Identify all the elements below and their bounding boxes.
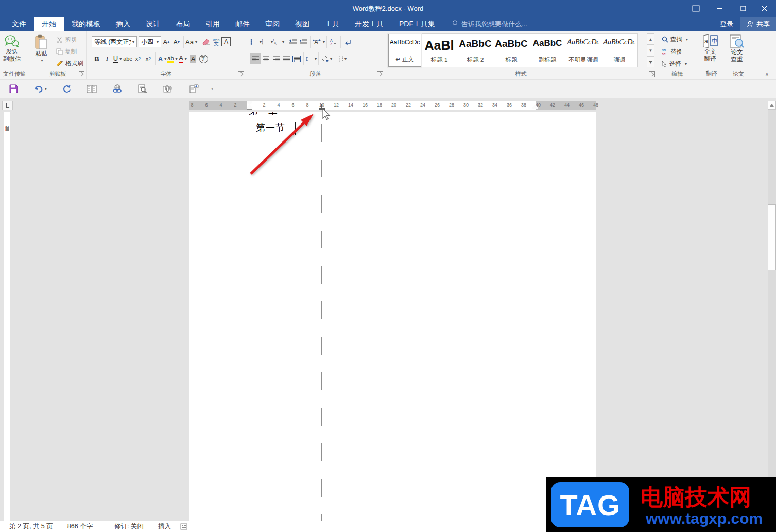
- font-dialog-launcher[interactable]: [238, 71, 244, 77]
- asian-layout-button[interactable]: A▾: [312, 36, 325, 47]
- collapse-ribbon-button[interactable]: ∧: [765, 71, 769, 77]
- style-subtle-emphasis[interactable]: AaBbCcDc不明显强调: [565, 34, 601, 67]
- clipboard-dialog-launcher[interactable]: [79, 71, 84, 77]
- side-by-side-button[interactable]: [87, 85, 97, 93]
- hyperlink-button[interactable]: [112, 84, 123, 93]
- multilevel-list-button[interactable]: 1ai▾: [273, 36, 284, 47]
- font-color-button[interactable]: A▾: [178, 53, 188, 64]
- tab-tools[interactable]: 工具: [317, 17, 347, 31]
- cut-button[interactable]: 剪切: [56, 36, 77, 44]
- attachment-button[interactable]: [163, 85, 173, 93]
- word-count[interactable]: 866 个字: [67, 522, 93, 531]
- character-shading-button[interactable]: A: [188, 53, 198, 64]
- tab-review[interactable]: 审阅: [257, 17, 287, 31]
- style-emphasis[interactable]: AaBbCcDc强调: [601, 34, 637, 67]
- tab-design[interactable]: 设计: [138, 17, 168, 31]
- share-button[interactable]: 共享: [740, 17, 776, 31]
- justify-button[interactable]: [281, 53, 291, 64]
- align-center-button[interactable]: [261, 53, 271, 64]
- tab-view[interactable]: 视图: [287, 17, 317, 31]
- print-preview-button[interactable]: [138, 84, 147, 93]
- style-heading2[interactable]: AaBbC标题 2: [457, 34, 493, 67]
- styles-more-button[interactable]: ▬▼: [647, 56, 654, 67]
- tab-developer[interactable]: 开发工具: [347, 17, 391, 31]
- subscript-button[interactable]: x2: [133, 53, 143, 64]
- insert-mode-status[interactable]: 插入: [158, 522, 171, 531]
- paper-check-button[interactable]: 论文 查重: [729, 34, 745, 63]
- show-marks-button[interactable]: [342, 36, 353, 47]
- tab-layout[interactable]: 布局: [168, 17, 198, 31]
- style-title[interactable]: AaBbC标题: [493, 34, 529, 67]
- select-button[interactable]: 选择▾: [662, 60, 687, 68]
- redo-button[interactable]: [62, 84, 71, 93]
- distribute-button[interactable]: [291, 53, 302, 64]
- enclose-characters-button[interactable]: 字: [198, 53, 209, 64]
- tab-stop-selector[interactable]: L: [2, 101, 13, 110]
- tab-mailings[interactable]: 邮件: [228, 17, 257, 31]
- save-button[interactable]: [9, 84, 18, 93]
- line-spacing-button[interactable]: ▾: [305, 53, 317, 64]
- login-button[interactable]: 登录: [713, 20, 740, 29]
- tab-file[interactable]: 文件: [4, 17, 34, 31]
- font-size-combo[interactable]: 小四▾: [139, 36, 161, 47]
- align-right-button[interactable]: [271, 53, 281, 64]
- bold-button[interactable]: B: [92, 53, 102, 64]
- full-translate-button[interactable]: a中 全文 翻译: [701, 34, 719, 62]
- text-effects-button[interactable]: A▾: [157, 53, 167, 64]
- close-button[interactable]: [752, 0, 776, 17]
- tab-references[interactable]: 引用: [198, 17, 228, 31]
- styles-scroll-down-button[interactable]: ▼: [647, 45, 654, 56]
- undo-button[interactable]: ▾: [33, 85, 47, 93]
- styles-dialog-launcher[interactable]: [649, 71, 655, 77]
- align-left-button[interactable]: [250, 53, 261, 64]
- styles-scroll-up-button[interactable]: ▲: [647, 33, 654, 45]
- shrink-font-button[interactable]: A▾: [171, 36, 182, 47]
- find-button[interactable]: 查找▾: [662, 36, 688, 43]
- change-case-button[interactable]: Aa▾: [185, 36, 197, 47]
- bullet-list-button[interactable]: ▾: [250, 36, 262, 47]
- replace-button[interactable]: abac 替换: [662, 48, 682, 56]
- page-indicator[interactable]: 第 2 页, 共 5 页: [9, 522, 53, 531]
- undo-dropdown-icon[interactable]: ▾: [45, 86, 47, 91]
- minimize-button[interactable]: [708, 0, 731, 17]
- paste-button[interactable]: 粘贴 ▾: [35, 34, 48, 64]
- tab-my-templates[interactable]: 我的模板: [64, 17, 108, 31]
- numbered-list-button[interactable]: 123▾: [262, 36, 273, 47]
- sort-button[interactable]: AZ: [329, 36, 339, 47]
- vertical-ruler[interactable]: 8101214161820222426283032343638404244: [4, 112, 10, 521]
- tab-insert[interactable]: 插入: [108, 17, 138, 31]
- track-changes-status[interactable]: 修订: 关闭: [114, 522, 144, 531]
- shading-button[interactable]: ▾: [320, 53, 332, 64]
- paragraph-dialog-launcher[interactable]: [377, 71, 383, 77]
- grow-font-button[interactable]: A▴: [161, 36, 171, 47]
- scrollbar-track[interactable]: [768, 110, 776, 521]
- style-normal[interactable]: AaBbCcDc↵ 正文: [388, 34, 421, 67]
- italic-button[interactable]: I: [102, 53, 112, 64]
- ribbon-display-options-button[interactable]: [684, 0, 708, 17]
- strikethrough-button[interactable]: abc: [123, 53, 133, 64]
- increase-indent-button[interactable]: [298, 36, 308, 47]
- character-border-button[interactable]: A: [221, 37, 231, 46]
- tell-me-box[interactable]: 告诉我您想要做什么...: [452, 17, 527, 31]
- copy-button[interactable]: 复制: [56, 48, 77, 56]
- font-name-combo[interactable]: 等线 (西文正文)▾: [92, 36, 137, 47]
- borders-button[interactable]: ▾: [336, 53, 347, 64]
- superscript-button[interactable]: x2: [143, 53, 153, 64]
- underline-button[interactable]: U▾: [112, 53, 123, 64]
- phonetic-guide-button[interactable]: wén文: [211, 36, 221, 47]
- maximize-button[interactable]: [731, 0, 755, 17]
- style-subtitle[interactable]: AaBbC副标题: [529, 34, 565, 67]
- decrease-indent-button[interactable]: [288, 36, 298, 47]
- tab-home[interactable]: 开始: [34, 17, 64, 31]
- style-heading1[interactable]: AaBl标题 1: [421, 34, 457, 67]
- clear-formatting-button[interactable]: [201, 36, 211, 47]
- send-to-wechat-button[interactable]: 发送 到微信: [3, 34, 21, 62]
- toolbar-overflow-button[interactable]: ▾: [211, 86, 213, 91]
- scrollbar-up-button[interactable]: [768, 101, 776, 110]
- input-status-icon[interactable]: [180, 523, 187, 530]
- scrollbar-thumb[interactable]: [768, 204, 776, 270]
- tab-pdf-tools[interactable]: PDF工具集: [391, 17, 443, 31]
- highlight-color-button[interactable]: ab▾: [167, 53, 178, 64]
- send-document-button[interactable]: [188, 84, 199, 93]
- format-painter-button[interactable]: 格式刷: [56, 60, 83, 67]
